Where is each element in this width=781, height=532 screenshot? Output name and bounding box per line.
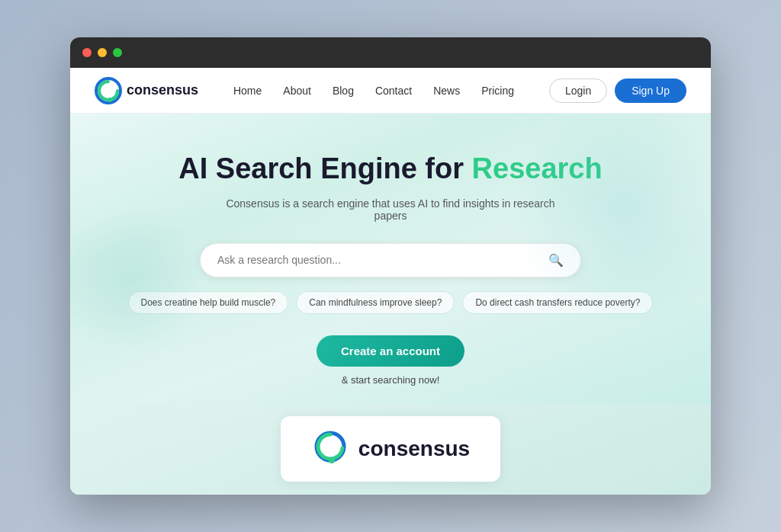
browser-window: consensus Home About Blog Contact News P… <box>70 37 711 495</box>
cta-subtext: & start searching now! <box>342 374 440 386</box>
desktop-background: consensus Home About Blog Contact News P… <box>0 0 781 532</box>
traffic-light-fullscreen[interactable] <box>113 48 122 57</box>
nav-about[interactable]: About <box>283 85 311 97</box>
footer-logo-icon <box>311 430 349 468</box>
login-button[interactable]: Login <box>549 79 607 103</box>
search-input[interactable] <box>217 254 544 266</box>
hero-title-part1: AI Search Engine for <box>178 152 471 184</box>
nav-blog[interactable]: Blog <box>333 85 354 97</box>
navbar: consensus Home About Blog Contact News P… <box>70 68 711 114</box>
logo-icon <box>95 77 122 104</box>
signup-button[interactable]: Sign Up <box>615 79 686 103</box>
browser-content: consensus Home About Blog Contact News P… <box>70 68 711 495</box>
nav-home[interactable]: Home <box>233 85 262 97</box>
traffic-light-minimize[interactable] <box>98 48 107 57</box>
chip-cash-transfers[interactable]: Do direct cash transfers reduce poverty? <box>462 291 653 314</box>
chip-creatine[interactable]: Does creatine help build muscle? <box>128 291 289 314</box>
svg-point-3 <box>329 457 335 463</box>
search-bar: 🔍 <box>200 243 581 277</box>
create-account-button[interactable]: Create an account <box>317 335 464 367</box>
suggestion-chips: Does creatine help build muscle? Can min… <box>128 291 654 314</box>
logo-text: consensus <box>127 82 198 98</box>
search-button[interactable]: 🔍 <box>544 252 568 269</box>
footer-logo-card: consensus <box>281 416 500 482</box>
nav-news[interactable]: News <box>433 85 460 97</box>
nav-links: Home About Blog Contact News Pricing <box>233 84 514 98</box>
nav-contact[interactable]: Contact <box>375 85 412 97</box>
svg-point-1 <box>108 98 112 102</box>
search-icon: 🔍 <box>548 254 564 267</box>
footer-logo-text: consensus <box>358 437 470 461</box>
browser-chrome <box>70 37 711 68</box>
nav-actions: Login Sign Up <box>549 79 686 103</box>
logo-area[interactable]: consensus <box>95 77 198 104</box>
hero-subtitle: Consensus is a search engine that uses A… <box>215 197 566 222</box>
hero-title: AI Search Engine for Research <box>178 152 602 187</box>
traffic-light-close[interactable] <box>82 48 92 57</box>
chip-mindfulness[interactable]: Can mindfulness improve sleep? <box>296 291 455 314</box>
nav-pricing[interactable]: Pricing <box>481 85 514 97</box>
hero-section: AI Search Engine for Research Consensus … <box>70 114 711 403</box>
footer-area: consensus <box>70 403 711 495</box>
hero-title-highlight: Research <box>472 152 603 184</box>
